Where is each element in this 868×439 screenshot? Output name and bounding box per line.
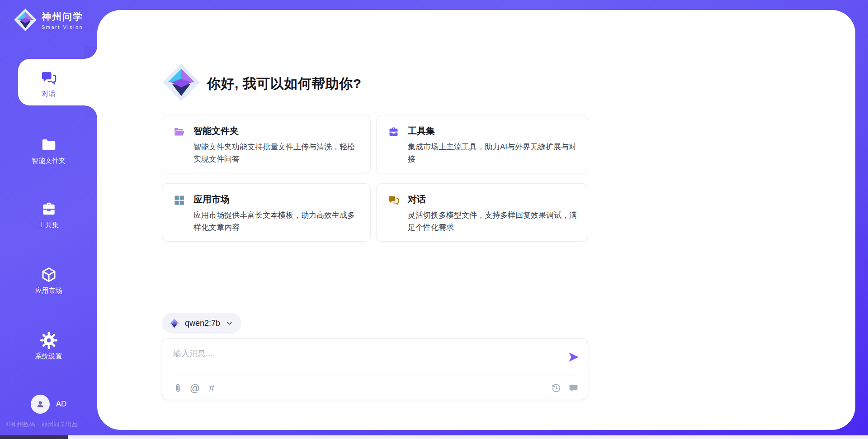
card-body: 智能文件夹 智能文件夹功能支持批量文件上传与清洗，轻松实现文件问答	[193, 125, 360, 173]
card-body: 对话 灵活切换多模型文件，支持多样回复效果调试，满足个性化需求	[408, 193, 578, 241]
brand-name: 神州问学	[42, 10, 83, 23]
card-chat[interactable]: 对话 灵活切换多模型文件，支持多样回复效果调试，满足个性化需求	[376, 183, 588, 242]
folder-icon	[40, 136, 57, 153]
card-title: 智能文件夹	[193, 125, 360, 137]
model-name: qwen2:7b	[185, 319, 220, 328]
grid-icon	[173, 194, 185, 206]
composer-divider	[171, 376, 579, 376]
person-icon	[35, 399, 46, 410]
message-input[interactable]	[173, 346, 544, 361]
horizontal-scrollbar[interactable]	[0, 435, 868, 439]
card-body: 应用市场 应用市场提供丰富长文本模板，助力高效生成多样化文章内容	[193, 193, 360, 241]
sidebar-footer: ©神州数码 · 神州问学出品	[6, 420, 78, 429]
sidebar-item-toolset[interactable]: 工具集	[0, 200, 97, 229]
user-name: AD	[56, 400, 67, 409]
avatar	[31, 395, 50, 414]
chevron-down-icon	[226, 320, 233, 327]
card-description: 应用市场提供丰富长文本模板，助力高效生成多样化文章内容	[193, 210, 360, 234]
toolbox-icon	[40, 200, 57, 218]
send-icon[interactable]	[567, 351, 580, 363]
cube-icon	[40, 266, 57, 283]
chat-icon	[40, 69, 57, 86]
brand: 神州问学 Smart Vision	[14, 8, 83, 32]
folder-open-icon	[173, 126, 185, 138]
sidebar-item-label: 系统设置	[35, 352, 62, 361]
card-title: 应用市场	[193, 193, 360, 205]
composer: @ #	[162, 338, 588, 400]
hashtag-icon[interactable]: #	[206, 383, 217, 393]
user-profile[interactable]: AD	[0, 395, 97, 414]
sidebar-item-label: 工具集	[38, 221, 59, 229]
greeting-title: 你好, 我可以如何帮助你?	[207, 75, 362, 93]
scrollbar-thumb[interactable]	[0, 435, 68, 439]
greeting-logo-icon	[162, 63, 201, 102]
sidebar-item-chat[interactable]: 对话	[0, 69, 97, 98]
card-title: 对话	[408, 193, 578, 205]
card-description: 智能文件夹功能支持批量文件上传与清洗，轻松实现文件问答	[193, 141, 360, 165]
sidebar: 神州问学 Smart Vision 对话 智能文件夹 工具集 应用市场 系统设	[0, 0, 97, 435]
sidebar-item-smart-folder[interactable]: 智能文件夹	[0, 136, 97, 165]
brand-logo-icon	[14, 8, 37, 32]
mention-icon[interactable]: @	[189, 383, 200, 393]
card-description: 集成市场上主流工具，助力AI与外界无缝扩展与对接	[408, 141, 578, 165]
model-logo-icon	[168, 317, 180, 329]
model-selector[interactable]: qwen2:7b	[162, 313, 241, 334]
feature-cards: 智能文件夹 智能文件夹功能支持批量文件上传与清洗，轻松实现文件问答 工具集 集成…	[162, 115, 588, 242]
brand-text: 神州问学 Smart Vision	[42, 10, 83, 30]
tab-fillet-top	[85, 46, 97, 59]
attach-icon[interactable]	[173, 383, 184, 393]
sidebar-item-label: 对话	[42, 90, 56, 98]
app-root: 神州问学 Smart Vision 对话 智能文件夹 工具集 应用市场 系统设	[0, 0, 868, 439]
composer-toolbar: @ #	[173, 379, 579, 396]
card-body: 工具集 集成市场上主流工具，助力AI与外界无缝扩展与对接	[408, 125, 578, 173]
briefcase-icon	[387, 126, 400, 138]
history-icon[interactable]	[551, 383, 561, 393]
card-smart-folder[interactable]: 智能文件夹 智能文件夹功能支持批量文件上传与清洗，轻松实现文件问答	[162, 115, 371, 173]
card-description: 灵活切换多模型文件，支持多样回复效果调试，满足个性化需求	[408, 210, 578, 234]
sidebar-item-app-market[interactable]: 应用市场	[0, 266, 97, 295]
sidebar-item-settings[interactable]: 系统设置	[0, 332, 97, 361]
tab-fillet-bottom	[85, 105, 97, 118]
brand-subtitle: Smart Vision	[42, 24, 83, 30]
gear-icon	[40, 332, 57, 349]
feedback-icon[interactable]	[568, 383, 579, 393]
card-title: 工具集	[408, 125, 578, 137]
sidebar-item-label: 智能文件夹	[32, 157, 66, 165]
sidebar-item-label: 应用市场	[35, 286, 62, 295]
card-app-market[interactable]: 应用市场 应用市场提供丰富长文本模板，助力高效生成多样化文章内容	[162, 183, 371, 242]
card-toolset[interactable]: 工具集 集成市场上主流工具，助力AI与外界无缝扩展与对接	[376, 115, 588, 173]
chat-icon	[387, 194, 400, 206]
